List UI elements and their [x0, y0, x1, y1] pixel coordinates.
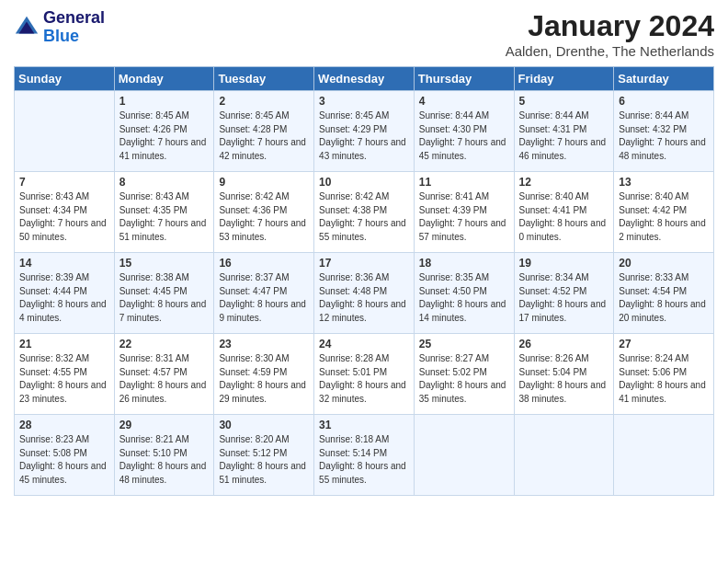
- calendar-cell: 12Sunrise: 8:40 AMSunset: 4:41 PMDayligh…: [514, 172, 614, 253]
- day-number: 6: [619, 95, 709, 108]
- cell-info: Sunrise: 8:30 AMSunset: 4:59 PMDaylight:…: [219, 352, 309, 406]
- sunrise-text: Sunrise: 8:43 AM: [119, 191, 189, 201]
- daylight-text: Daylight: 7 hours and 48 minutes.: [619, 137, 706, 161]
- sunset-text: Sunset: 4:32 PM: [619, 124, 687, 134]
- sunrise-text: Sunrise: 8:27 AM: [419, 353, 489, 363]
- calendar-cell: 27Sunrise: 8:24 AMSunset: 5:06 PMDayligh…: [614, 334, 714, 415]
- cell-info: Sunrise: 8:37 AMSunset: 4:47 PMDaylight:…: [219, 271, 309, 325]
- cell-info: Sunrise: 8:44 AMSunset: 4:30 PMDaylight:…: [419, 109, 509, 163]
- sunrise-text: Sunrise: 8:26 AM: [519, 353, 589, 363]
- sunrise-text: Sunrise: 8:44 AM: [619, 110, 688, 121]
- day-header-sunday: Sunday: [15, 67, 115, 91]
- day-number: 15: [119, 257, 210, 270]
- cell-info: Sunrise: 8:42 AMSunset: 4:38 PMDaylight:…: [319, 190, 409, 244]
- daylight-text: Daylight: 8 hours and 2 minutes.: [619, 218, 706, 242]
- cell-info: Sunrise: 8:28 AMSunset: 5:01 PMDaylight:…: [319, 352, 409, 406]
- day-number: 9: [219, 176, 309, 189]
- cell-info: Sunrise: 8:33 AMSunset: 4:54 PMDaylight:…: [619, 271, 709, 325]
- cell-info: Sunrise: 8:44 AMSunset: 4:31 PMDaylight:…: [519, 109, 609, 163]
- sunrise-text: Sunrise: 8:45 AM: [319, 110, 389, 121]
- calendar-cell: 23Sunrise: 8:30 AMSunset: 4:59 PMDayligh…: [214, 334, 314, 415]
- cell-info: Sunrise: 8:42 AMSunset: 4:36 PMDaylight:…: [219, 190, 309, 244]
- daylight-text: Daylight: 7 hours and 51 minutes.: [119, 218, 207, 242]
- day-number: 17: [319, 257, 409, 270]
- calendar-cell: 5Sunrise: 8:44 AMSunset: 4:31 PMDaylight…: [514, 91, 614, 172]
- sunset-text: Sunset: 4:30 PM: [419, 124, 487, 134]
- sunrise-text: Sunrise: 8:20 AM: [219, 434, 289, 444]
- calendar-week-row: 1Sunrise: 8:45 AMSunset: 4:26 PMDaylight…: [15, 91, 714, 172]
- logo: General Blue: [14, 9, 105, 46]
- calendar-week-row: 21Sunrise: 8:32 AMSunset: 4:55 PMDayligh…: [15, 334, 714, 415]
- cell-info: Sunrise: 8:20 AMSunset: 5:12 PMDaylight:…: [219, 433, 309, 487]
- cell-info: Sunrise: 8:39 AMSunset: 4:44 PMDaylight:…: [19, 271, 109, 325]
- sunrise-text: Sunrise: 8:28 AM: [319, 353, 389, 363]
- cell-info: Sunrise: 8:31 AMSunset: 4:57 PMDaylight:…: [119, 352, 210, 406]
- day-number: 28: [19, 419, 109, 431]
- daylight-text: Daylight: 8 hours and 20 minutes.: [619, 299, 706, 323]
- sunrise-text: Sunrise: 8:30 AM: [219, 353, 289, 363]
- daylight-text: Daylight: 8 hours and 35 minutes.: [419, 380, 506, 404]
- sunset-text: Sunset: 4:29 PM: [319, 124, 387, 134]
- sunrise-text: Sunrise: 8:32 AM: [19, 353, 89, 363]
- daylight-text: Daylight: 7 hours and 42 minutes.: [219, 137, 306, 161]
- cell-info: Sunrise: 8:40 AMSunset: 4:42 PMDaylight:…: [619, 190, 709, 244]
- day-number: 23: [219, 338, 309, 350]
- cell-info: Sunrise: 8:26 AMSunset: 5:04 PMDaylight:…: [519, 352, 609, 406]
- daylight-text: Daylight: 7 hours and 50 minutes.: [19, 218, 107, 242]
- daylight-text: Daylight: 8 hours and 9 minutes.: [219, 299, 306, 323]
- daylight-text: Daylight: 8 hours and 45 minutes.: [19, 461, 107, 485]
- calendar-cell: [514, 415, 614, 496]
- day-number: 5: [519, 95, 609, 108]
- day-number: 27: [619, 338, 709, 350]
- calendar-cell: 10Sunrise: 8:42 AMSunset: 4:38 PMDayligh…: [314, 172, 415, 253]
- cell-info: Sunrise: 8:18 AMSunset: 5:14 PMDaylight:…: [319, 433, 409, 487]
- day-number: 10: [319, 176, 409, 189]
- sunrise-text: Sunrise: 8:24 AM: [619, 353, 688, 363]
- daylight-text: Daylight: 8 hours and 7 minutes.: [119, 299, 207, 323]
- day-header-thursday: Thursday: [414, 67, 514, 91]
- day-header-saturday: Saturday: [614, 67, 714, 91]
- location-title: Aalden, Drenthe, The Netherlands: [506, 43, 714, 59]
- day-number: 22: [119, 338, 210, 350]
- sunset-text: Sunset: 4:34 PM: [19, 205, 87, 215]
- calendar-cell: 31Sunrise: 8:18 AMSunset: 5:14 PMDayligh…: [314, 415, 415, 496]
- daylight-text: Daylight: 8 hours and 23 minutes.: [19, 380, 107, 404]
- day-header-monday: Monday: [114, 67, 214, 91]
- sunset-text: Sunset: 5:08 PM: [19, 448, 87, 458]
- day-number: 18: [419, 257, 509, 270]
- sunrise-text: Sunrise: 8:42 AM: [219, 191, 289, 201]
- sunset-text: Sunset: 4:48 PM: [319, 286, 387, 296]
- day-number: 12: [519, 176, 609, 189]
- page-header: General Blue January 2024 Aalden, Drenth…: [14, 9, 714, 59]
- sunset-text: Sunset: 4:44 PM: [19, 286, 87, 296]
- cell-info: Sunrise: 8:44 AMSunset: 4:32 PMDaylight:…: [619, 109, 709, 163]
- sunrise-text: Sunrise: 8:44 AM: [519, 110, 589, 121]
- day-number: 24: [319, 338, 409, 350]
- sunrise-text: Sunrise: 8:45 AM: [219, 110, 289, 121]
- calendar-cell: 16Sunrise: 8:37 AMSunset: 4:47 PMDayligh…: [214, 253, 314, 334]
- daylight-text: Daylight: 7 hours and 55 minutes.: [319, 218, 406, 242]
- calendar-cell: 29Sunrise: 8:21 AMSunset: 5:10 PMDayligh…: [114, 415, 214, 496]
- day-header-tuesday: Tuesday: [214, 67, 314, 91]
- sunset-text: Sunset: 4:26 PM: [119, 124, 188, 134]
- daylight-text: Daylight: 8 hours and 0 minutes.: [519, 218, 607, 242]
- cell-info: Sunrise: 8:40 AMSunset: 4:41 PMDaylight:…: [519, 190, 609, 244]
- day-header-wednesday: Wednesday: [314, 67, 415, 91]
- day-number: 29: [119, 419, 210, 431]
- sunrise-text: Sunrise: 8:18 AM: [319, 434, 389, 444]
- cell-info: Sunrise: 8:32 AMSunset: 4:55 PMDaylight:…: [19, 352, 109, 406]
- sunrise-text: Sunrise: 8:33 AM: [619, 272, 688, 282]
- sunset-text: Sunset: 4:55 PM: [19, 367, 87, 377]
- sunset-text: Sunset: 4:39 PM: [419, 205, 487, 215]
- daylight-text: Daylight: 7 hours and 43 minutes.: [319, 137, 406, 161]
- cell-info: Sunrise: 8:45 AMSunset: 4:26 PMDaylight:…: [119, 109, 210, 163]
- day-number: 16: [219, 257, 309, 270]
- sunrise-text: Sunrise: 8:40 AM: [619, 191, 688, 201]
- cell-info: Sunrise: 8:38 AMSunset: 4:45 PMDaylight:…: [119, 271, 210, 325]
- calendar-cell: 19Sunrise: 8:34 AMSunset: 4:52 PMDayligh…: [514, 253, 614, 334]
- day-number: 25: [419, 338, 509, 350]
- calendar-cell: [15, 91, 115, 172]
- day-number: 21: [19, 338, 109, 350]
- calendar-cell: 11Sunrise: 8:41 AMSunset: 4:39 PMDayligh…: [414, 172, 514, 253]
- day-number: 4: [419, 95, 509, 108]
